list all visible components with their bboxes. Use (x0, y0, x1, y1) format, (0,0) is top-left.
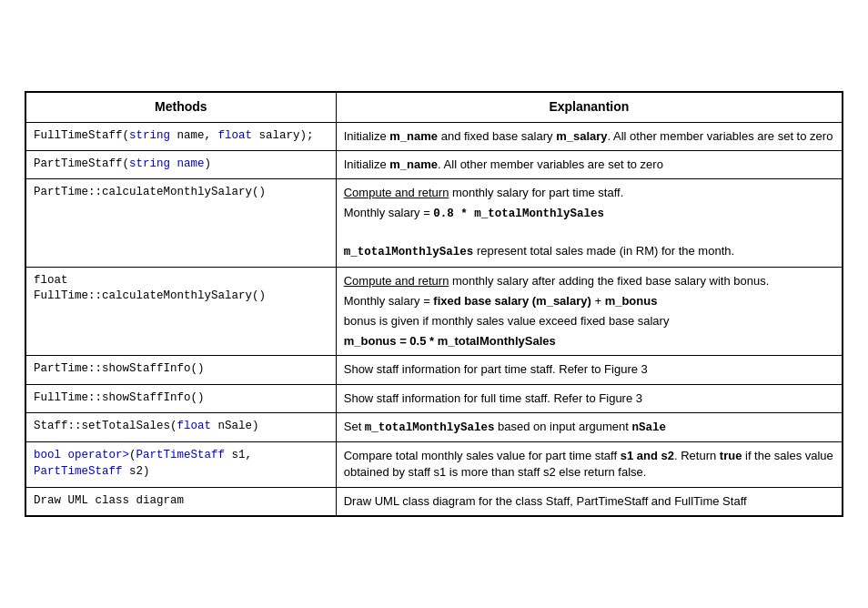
explanation-cell: Initialize m_name. All other member vari… (336, 151, 843, 179)
explanation-cell: Draw UML class diagram for the class Sta… (336, 487, 843, 516)
table-row: Draw UML class diagramDraw UML class dia… (25, 487, 843, 516)
method-cell: floatFullTime::calculateMonthlySalary() (25, 267, 336, 356)
table-row: PartTime::calculateMonthlySalary()Comput… (25, 179, 843, 267)
explanation-cell: Set m_totalMonthlySales based on input a… (336, 412, 843, 442)
explanation-cell: Initialize m_name and fixed base salary … (336, 122, 843, 150)
header-explanation: Explanantion (336, 92, 843, 122)
method-cell: FullTimeStaff(string name, float salary)… (25, 122, 336, 150)
explanation-cell: Show staff information for part time sta… (336, 356, 843, 384)
explanation-cell: Compute and return monthly salary after … (336, 267, 843, 356)
method-cell: Staff::setTotalSales(float nSale) (25, 412, 336, 442)
explanation-cell: Compute and return monthly salary for pa… (336, 179, 843, 267)
table-row: FullTime::showStaffInfo()Show staff info… (25, 384, 843, 412)
method-cell: FullTime::showStaffInfo() (25, 384, 336, 412)
table-row: PartTimeStaff(string name)Initialize m_n… (25, 151, 843, 179)
explanation-cell: Show staff information for full time sta… (336, 384, 843, 412)
table-row: Staff::setTotalSales(float nSale)Set m_t… (25, 412, 843, 442)
explanation-cell: Compare total monthly sales value for pa… (336, 442, 843, 487)
methods-table: Methods Explanantion FullTimeStaff(strin… (25, 91, 843, 517)
main-container: Methods Explanantion FullTimeStaff(strin… (25, 91, 843, 517)
method-cell: PartTime::calculateMonthlySalary() (25, 179, 336, 267)
table-row: floatFullTime::calculateMonthlySalary()C… (25, 267, 843, 356)
table-row: PartTime::showStaffInfo()Show staff info… (25, 356, 843, 384)
method-cell: Draw UML class diagram (25, 487, 336, 516)
header-methods: Methods (25, 92, 336, 122)
table-row: FullTimeStaff(string name, float salary)… (25, 122, 843, 150)
table-row: bool operator>(PartTimeStaff s1,PartTime… (25, 442, 843, 487)
method-cell: PartTimeStaff(string name) (25, 151, 336, 179)
method-cell: PartTime::showStaffInfo() (25, 356, 336, 384)
method-cell: bool operator>(PartTimeStaff s1,PartTime… (25, 442, 336, 487)
